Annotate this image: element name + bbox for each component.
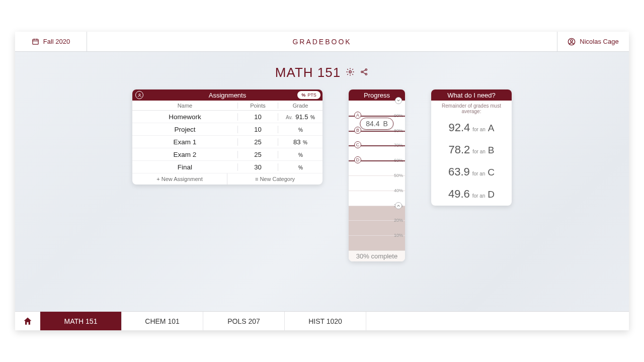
assignment-row[interactable]: Final30% bbox=[132, 161, 323, 173]
assignments-table: Name Points Grade Homework10Av. 91.5 %Pr… bbox=[132, 101, 323, 185]
svg-point-2 bbox=[571, 39, 573, 41]
assignment-grade: % bbox=[278, 151, 323, 158]
assignment-points: 25 bbox=[238, 138, 278, 146]
assignment-name: Final bbox=[132, 163, 238, 171]
app-title: GRADEBOOK bbox=[87, 32, 557, 51]
home-tab[interactable] bbox=[15, 312, 40, 330]
progress-grid-label: 10% bbox=[394, 233, 403, 238]
course-tab[interactable]: MATH 151 bbox=[40, 312, 122, 330]
gear-icon[interactable] bbox=[346, 67, 355, 78]
progress-cutoff-marker: D bbox=[354, 156, 361, 163]
header-bar: Fall 2020 GRADEBOOK Nicolas Cage bbox=[15, 32, 629, 52]
svg-point-5 bbox=[365, 68, 367, 70]
assignment-row[interactable]: Homework10Av. 91.5 % bbox=[132, 111, 323, 123]
need-value: 92.4 bbox=[448, 121, 470, 134]
assignment-grade: % bbox=[278, 163, 323, 171]
assignment-points: 10 bbox=[238, 113, 278, 121]
need-for-text: for an bbox=[472, 193, 486, 199]
progress-grid-label: 50% bbox=[394, 173, 403, 178]
need-letter: B bbox=[488, 145, 495, 156]
progress-cutoff-marker: A bbox=[354, 112, 361, 119]
assignments-users-icon[interactable] bbox=[135, 91, 143, 99]
assignment-row[interactable]: Exam 225% bbox=[132, 148, 323, 161]
assignment-points: 10 bbox=[238, 126, 278, 133]
svg-point-7 bbox=[139, 94, 140, 95]
progress-grid-label: 20% bbox=[394, 218, 403, 223]
user-menu[interactable]: Nicolas Cage bbox=[557, 32, 629, 51]
assignments-card: Assignments % PTS Name Points Grade Home… bbox=[132, 89, 323, 185]
assignment-name: Exam 2 bbox=[132, 151, 238, 158]
need-row: 49.6for anD bbox=[431, 184, 512, 206]
svg-point-6 bbox=[365, 73, 367, 74]
assignment-name: Project bbox=[132, 126, 238, 133]
course-header: MATH 151 bbox=[15, 65, 629, 80]
new-assignment-button[interactable]: + New Assignment bbox=[132, 173, 227, 185]
assignment-points: 30 bbox=[238, 163, 278, 171]
course-tab[interactable]: HIST 1020 bbox=[285, 312, 366, 330]
progress-top-handle[interactable] bbox=[395, 97, 402, 104]
assignment-name: Exam 1 bbox=[132, 138, 238, 146]
assignments-table-foot: + New Assignment ≡ New Category bbox=[132, 173, 323, 185]
progress-body: 90%80%70%60%50%40%30%20%10%ABCD84.4 B bbox=[349, 101, 405, 250]
assignment-grade: 83 % bbox=[278, 138, 323, 146]
new-category-button[interactable]: ≡ New Category bbox=[227, 173, 323, 185]
app-window: Fall 2020 GRADEBOOK Nicolas Cage MATH 15… bbox=[15, 32, 629, 330]
col-name-header: Name bbox=[132, 103, 238, 109]
assignment-name: Homework bbox=[132, 113, 238, 121]
term-label: Fall 2020 bbox=[43, 38, 70, 45]
user-icon bbox=[568, 38, 576, 46]
panels-row: Assignments % PTS Name Points Grade Home… bbox=[15, 89, 629, 261]
assignment-row[interactable]: Project10% bbox=[132, 123, 323, 136]
need-letter: C bbox=[488, 167, 495, 178]
need-for-text: for an bbox=[472, 127, 486, 132]
course-tab[interactable]: POLS 207 bbox=[203, 312, 285, 330]
course-title: MATH 151 bbox=[275, 65, 341, 80]
need-value: 78.2 bbox=[448, 143, 470, 156]
progress-bottom-handle[interactable] bbox=[395, 202, 402, 209]
need-value: 49.6 bbox=[448, 188, 470, 201]
need-for-text: for an bbox=[472, 149, 486, 154]
progress-cutoff-marker: C bbox=[354, 141, 361, 148]
svg-rect-0 bbox=[33, 39, 38, 44]
progress-shade bbox=[349, 206, 405, 250]
need-for-text: for an bbox=[472, 171, 486, 176]
progress-cutoff-marker: B bbox=[354, 127, 361, 134]
svg-point-4 bbox=[361, 71, 363, 72]
progress-grid-label: 40% bbox=[394, 188, 403, 193]
need-row: 92.4for anA bbox=[431, 117, 512, 139]
user-name: Nicolas Cage bbox=[580, 38, 618, 45]
progress-card: Progress 90%80%70%60%50%40%30%20%10%ABCD… bbox=[349, 89, 405, 261]
assignment-row[interactable]: Exam 12583 % bbox=[132, 136, 323, 148]
course-tab[interactable]: CHEM 101 bbox=[122, 312, 203, 330]
svg-point-3 bbox=[349, 70, 352, 73]
col-grade-header: Grade bbox=[278, 103, 323, 109]
term-selector[interactable]: Fall 2020 bbox=[15, 32, 87, 51]
assignments-table-head: Name Points Grade bbox=[132, 101, 323, 111]
need-subtitle: Remainder of grades must average: bbox=[431, 101, 512, 117]
need-card: What do I need? Remainder of grades must… bbox=[431, 89, 512, 206]
assignments-header: Assignments % PTS bbox=[132, 89, 323, 101]
progress-score-bubble: 84.4 B bbox=[360, 118, 393, 130]
assignment-points: 25 bbox=[238, 151, 278, 158]
progress-complete-label: 30% complete bbox=[349, 250, 405, 261]
share-icon[interactable] bbox=[360, 67, 369, 78]
need-row: 63.9for anC bbox=[431, 161, 512, 184]
need-letter: D bbox=[488, 189, 495, 200]
toggle-percent-label: % bbox=[301, 93, 305, 98]
course-tabs: MATH 151CHEM 101POLS 207HIST 1020 bbox=[15, 311, 629, 330]
assignments-title: Assignments bbox=[209, 92, 246, 99]
calendar-icon bbox=[32, 38, 39, 45]
need-header: What do I need? bbox=[431, 89, 512, 101]
need-letter: A bbox=[488, 123, 495, 134]
need-row: 78.2for anB bbox=[431, 139, 512, 161]
assignment-grade: % bbox=[278, 126, 323, 133]
assignment-grade: Av. 91.5 % bbox=[278, 113, 323, 121]
toggle-points-label: PTS bbox=[307, 93, 316, 98]
col-points-header: Points bbox=[238, 103, 278, 109]
need-value: 63.9 bbox=[448, 165, 470, 178]
grade-mode-toggle[interactable]: % PTS bbox=[297, 91, 320, 99]
